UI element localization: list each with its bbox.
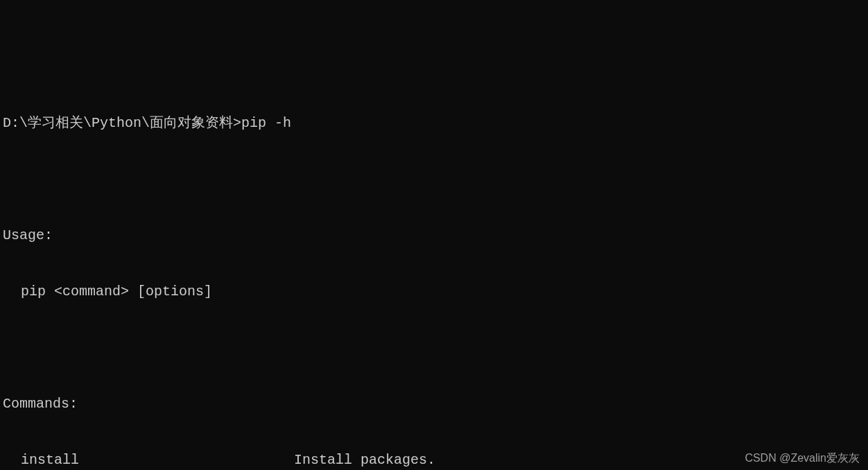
blank-line [3, 338, 865, 357]
command-row: installInstall packages. [3, 451, 865, 469]
prompt-command: pip -h [241, 115, 291, 131]
watermark: CSDN @Zevalin爱灰灰 [745, 451, 860, 466]
command-name: install [3, 451, 294, 469]
commands-list: installInstall packages.downloadDownload… [3, 451, 865, 470]
command-description: Install packages. [294, 451, 435, 469]
prompt-path: D:\学习相关\Python\面向对象资料> [3, 115, 241, 131]
usage-header: Usage: [3, 226, 865, 245]
commands-header: Commands: [3, 394, 865, 413]
usage-line: pip <command> [options] [3, 282, 865, 301]
terminal-output[interactable]: D:\学习相关\Python\面向对象资料>pip -h Usage: pip … [3, 76, 865, 470]
prompt-line: D:\学习相关\Python\面向对象资料>pip -h [3, 114, 865, 132]
blank-line [3, 170, 865, 189]
